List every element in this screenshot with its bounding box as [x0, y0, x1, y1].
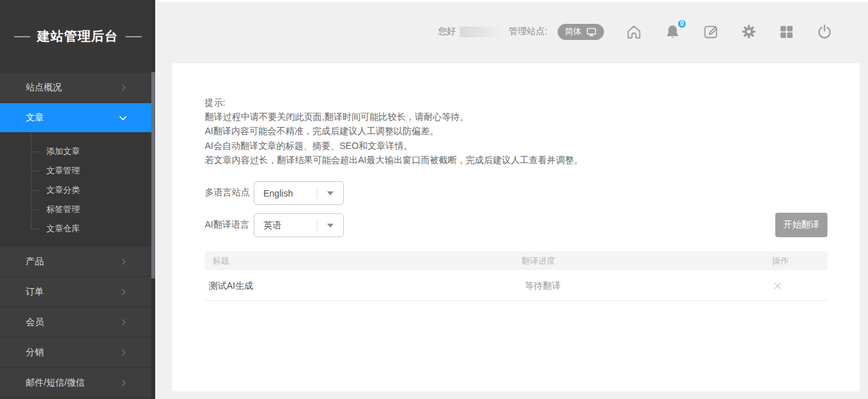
edit-icon: [703, 23, 719, 40]
submenu-item-label: 文章管理: [46, 165, 80, 177]
col-progress: 翻译进度: [522, 251, 555, 270]
submenu-item-label: 标签管理: [46, 204, 80, 215]
submenu-item-article-manage[interactable]: 文章管理: [0, 161, 155, 180]
settings-button[interactable]: [741, 23, 757, 40]
apps-grid-button[interactable]: [778, 24, 795, 40]
logout-button[interactable]: [816, 23, 833, 41]
start-translation-button[interactable]: 开始翻译: [775, 213, 827, 237]
edit-button[interactable]: [703, 23, 719, 40]
row-progress: 等待翻译: [525, 270, 561, 301]
manage-site-label: 管理站点:: [509, 26, 547, 37]
sidebar-item-distribution[interactable]: 分销: [0, 338, 155, 367]
notifications-button[interactable]: 0: [664, 23, 681, 41]
submenu-item-label: 文章仓库: [46, 223, 80, 235]
notification-badge: 0: [677, 19, 687, 29]
chevron-right-icon: [119, 287, 128, 297]
multilang-site-label: 多语言站点: [205, 187, 250, 199]
table-header: 标题 翻译进度 操作: [205, 251, 827, 270]
ai-language-label: AI翻译语言: [205, 219, 249, 231]
submenu-tick: [31, 171, 40, 171]
greeting-group: 您好 管理站点: 简体: [438, 24, 604, 40]
sidebar-item-label: 文章: [26, 112, 44, 124]
chevron-right-icon: [119, 378, 128, 387]
greeting-text: 您好: [438, 26, 456, 37]
submenu-item-label: 文章分类: [46, 184, 80, 196]
submenu-item-label: 添加文章: [46, 146, 80, 157]
multilang-site-value: English: [254, 188, 317, 199]
close-icon: [773, 281, 782, 291]
submenu-tick: [31, 209, 40, 210]
sidebar-item-label: 订单: [26, 286, 44, 298]
sidebar-item-mail-sms-wechat[interactable]: 邮件/短信/微信: [0, 368, 155, 397]
topbar: 您好 管理站点: 简体 0: [155, 0, 868, 63]
row-title: 测试AI生成: [209, 270, 253, 301]
sidebar-item-label: 产品: [26, 256, 44, 268]
app-logo: 建站管理后台: [0, 0, 155, 73]
sidebar-item-label: 分销: [26, 347, 44, 358]
sidebar-item-label: 站点概况: [26, 82, 62, 93]
submenu-item-article-repository[interactable]: 文章仓库: [0, 219, 155, 238]
col-title: 标题: [212, 251, 229, 270]
sidebar-item-members[interactable]: 会员: [0, 307, 155, 336]
tips-block: 提示: 翻译过程中请不要关闭此页面,翻译时间可能比较长，请耐心等待。 AI翻译内…: [205, 95, 583, 167]
monitor-icon: [586, 26, 597, 37]
redacted-username: [460, 26, 500, 37]
power-icon: [816, 23, 833, 41]
app-title: 建站管理后台: [37, 28, 118, 45]
submenu-item-add-article[interactable]: 添加文章: [0, 142, 155, 161]
logo-dash-right: [126, 36, 142, 37]
chevron-down-icon: [118, 113, 128, 123]
sidebar-item-label: 邮件/短信/微信: [26, 377, 85, 389]
sidebar: 建站管理后台 站点概况 文章 添加文章 文章管理 文章分类 标签管理: [0, 0, 155, 399]
submenu-item-tag-manage[interactable]: 标签管理: [0, 200, 155, 219]
submenu-item-article-category[interactable]: 文章分类: [0, 180, 155, 200]
site-language-label: 简体: [565, 26, 581, 37]
chevron-down-icon: [317, 191, 343, 195]
translation-table: 标题 翻译进度 操作 测试AI生成 等待翻译: [205, 251, 827, 301]
sidebar-item-articles[interactable]: 文章: [0, 103, 155, 132]
chevron-down-icon: [317, 224, 343, 228]
tips-line: 翻译过程中请不要关闭此页面,翻译时间可能比较长，请耐心等待。: [205, 110, 583, 124]
gear-icon: [741, 23, 757, 40]
sidebar-item-label: 会员: [26, 316, 44, 328]
chevron-right-icon: [119, 83, 128, 92]
tips-line: AI翻译内容可能会不精准，完成后建议人工调整以防偏差。: [205, 124, 583, 138]
sidebar-item-site-overview[interactable]: 站点概况: [0, 73, 155, 102]
home-icon: [625, 23, 643, 41]
chevron-right-icon: [119, 318, 128, 327]
tips-title: 提示:: [205, 95, 583, 110]
site-language-pill[interactable]: 简体: [558, 24, 604, 40]
grid-icon: [778, 24, 795, 40]
articles-submenu: 添加文章 文章管理 文章分类 标签管理 文章仓库: [0, 133, 155, 246]
sidebar-item-orders[interactable]: 订单: [0, 277, 155, 306]
logo-dash-left: [14, 36, 30, 37]
multilang-site-select[interactable]: English: [254, 181, 344, 205]
ai-language-value: 英语: [254, 220, 317, 231]
translation-panel: 提示: 翻译过程中请不要关闭此页面,翻译时间可能比较长，请耐心等待。 AI翻译内…: [172, 63, 860, 391]
submenu-tick: [31, 190, 40, 191]
chevron-right-icon: [119, 348, 128, 357]
sidebar-scrollbar-thumb[interactable]: [151, 72, 155, 278]
sidebar-item-products[interactable]: 产品: [0, 247, 155, 276]
submenu-tick: [31, 151, 40, 152]
home-button[interactable]: [625, 23, 643, 41]
tips-line: AI会自动翻译文章的标题、摘要、SEO和文章详情。: [205, 139, 583, 153]
col-action: 操作: [772, 251, 789, 270]
tips-line: 若文章内容过长，翻译结果可能会超出AI最大输出窗口而被截断，完成后建议人工查看并…: [205, 153, 583, 167]
table-row: 测试AI生成 等待翻译: [205, 270, 827, 301]
chevron-right-icon: [119, 257, 128, 266]
submenu-tick: [31, 229, 40, 229]
ai-language-select[interactable]: 英语: [254, 213, 344, 237]
